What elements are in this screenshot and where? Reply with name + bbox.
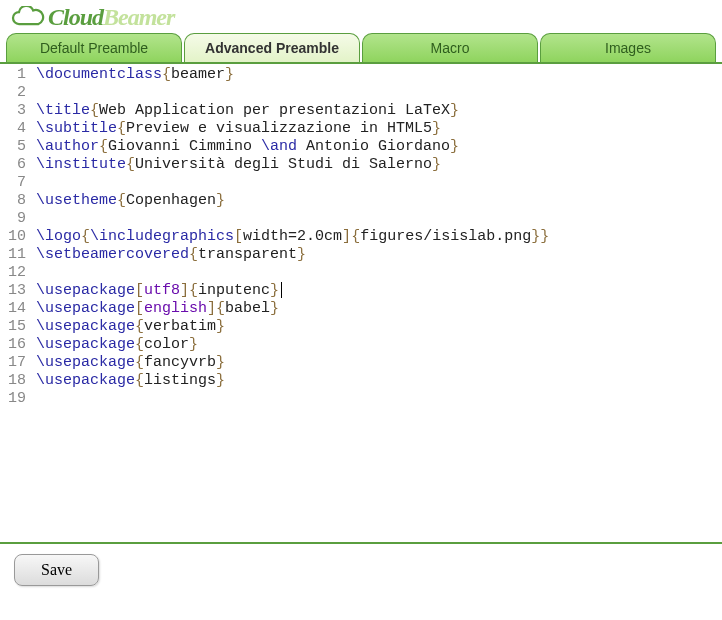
- token-cmd: \subtitle: [36, 120, 117, 137]
- line-number: 9: [0, 210, 26, 228]
- line-number: 14: [0, 300, 26, 318]
- token-brkt: }: [225, 66, 234, 83]
- token-opt: utf8: [144, 282, 180, 299]
- token-brkt: ]: [180, 282, 189, 299]
- token-brkt: }: [432, 156, 441, 173]
- line-number: 5: [0, 138, 26, 156]
- token-brkt: {: [189, 246, 198, 263]
- token-cmd: \setbeamercovered: [36, 246, 189, 263]
- code-line[interactable]: [36, 174, 549, 192]
- token-cmd: \usepackage: [36, 336, 135, 353]
- code-line[interactable]: \author{Giovanni Cimmino \and Antonio Gi…: [36, 138, 549, 156]
- token-txt: width=2.0cm: [243, 228, 342, 245]
- token-brkt: }: [189, 336, 198, 353]
- token-brkt: }: [297, 246, 306, 263]
- tab-images[interactable]: Images: [540, 33, 716, 62]
- token-txt: transparent: [198, 246, 297, 263]
- logo-text: CloudBeamer: [48, 4, 174, 31]
- token-txt: Copenhagen: [126, 192, 216, 209]
- token-txt: verbatim: [144, 318, 216, 335]
- code-line[interactable]: \subtitle{Preview e visualizzazione in H…: [36, 120, 549, 138]
- code-line[interactable]: \title{Web Application per presentazioni…: [36, 102, 549, 120]
- code-line[interactable]: \usepackage{color}: [36, 336, 549, 354]
- code-line[interactable]: \logo{\includegraphics[width=2.0cm]{figu…: [36, 228, 549, 246]
- token-brkt: {: [135, 354, 144, 371]
- code-line[interactable]: \setbeamercovered{transparent}: [36, 246, 549, 264]
- line-number: 15: [0, 318, 26, 336]
- code-line[interactable]: [36, 390, 549, 408]
- line-number: 4: [0, 120, 26, 138]
- token-cmd: \usepackage: [36, 318, 135, 335]
- app-logo: CloudBeamer: [10, 4, 712, 31]
- token-cmd: \usepackage: [36, 300, 135, 317]
- tab-macro[interactable]: Macro: [362, 33, 538, 62]
- token-brkt: }: [432, 120, 441, 137]
- token-cmd: \logo: [36, 228, 81, 245]
- token-cmd: \author: [36, 138, 99, 155]
- token-txt: Web Application per presentazioni LaTeX: [99, 102, 450, 119]
- token-brkt: {: [90, 102, 99, 119]
- token-cmd: \usepackage: [36, 282, 135, 299]
- token-brkt: {: [189, 282, 198, 299]
- code-line[interactable]: [36, 210, 549, 228]
- line-number: 3: [0, 102, 26, 120]
- code-area[interactable]: \documentclass{beamer} \title{Web Applic…: [32, 64, 553, 542]
- token-cmd: \title: [36, 102, 90, 119]
- token-txt: inputenc: [198, 282, 270, 299]
- token-brkt: {: [117, 192, 126, 209]
- tab-default-preamble[interactable]: Default Preamble: [6, 33, 182, 62]
- token-cmd: \documentclass: [36, 66, 162, 83]
- token-txt: listings: [144, 372, 216, 389]
- line-number: 19: [0, 390, 26, 408]
- header: CloudBeamer: [0, 0, 722, 33]
- token-brkt: {: [351, 228, 360, 245]
- token-brkt: }: [270, 282, 279, 299]
- token-brkt: {: [216, 300, 225, 317]
- token-brkt: {: [162, 66, 171, 83]
- code-line[interactable]: \usetheme{Copenhagen}: [36, 192, 549, 210]
- token-brkt: {: [126, 156, 135, 173]
- code-editor[interactable]: 12345678910111213141516171819 \documentc…: [0, 64, 722, 542]
- token-txt: fancyvrb: [144, 354, 216, 371]
- code-line[interactable]: \usepackage[utf8]{inputenc}: [36, 282, 549, 300]
- code-line[interactable]: \usepackage[english]{babel}: [36, 300, 549, 318]
- token-cmd: \and: [261, 138, 297, 155]
- code-line[interactable]: \usepackage{fancyvrb}: [36, 354, 549, 372]
- line-number: 1: [0, 66, 26, 84]
- token-brkt: ]: [207, 300, 216, 317]
- tab-advanced-preamble[interactable]: Advanced Preamble: [184, 33, 360, 62]
- line-number: 16: [0, 336, 26, 354]
- line-number: 10: [0, 228, 26, 246]
- line-number: 2: [0, 84, 26, 102]
- token-brkt: }: [531, 228, 540, 245]
- line-number: 12: [0, 264, 26, 282]
- token-txt: Antonio Giordano: [297, 138, 450, 155]
- code-line[interactable]: \institute{Università degli Studi di Sal…: [36, 156, 549, 174]
- token-brkt: {: [81, 228, 90, 245]
- token-txt: Giovanni Cimmino: [108, 138, 261, 155]
- code-line[interactable]: \usepackage{listings}: [36, 372, 549, 390]
- token-brkt: }: [270, 300, 279, 317]
- code-line[interactable]: \documentclass{beamer}: [36, 66, 549, 84]
- token-cmd: \usetheme: [36, 192, 117, 209]
- token-brkt: {: [117, 120, 126, 137]
- token-txt: color: [144, 336, 189, 353]
- line-number: 18: [0, 372, 26, 390]
- line-gutter: 12345678910111213141516171819: [0, 64, 32, 542]
- line-number: 6: [0, 156, 26, 174]
- token-brkt: {: [99, 138, 108, 155]
- code-line[interactable]: [36, 84, 549, 102]
- footer: Save: [0, 542, 722, 596]
- save-button[interactable]: Save: [14, 554, 99, 586]
- token-brkt: [: [234, 228, 243, 245]
- line-number: 13: [0, 282, 26, 300]
- token-txt: Preview e visualizzazione in HTML5: [126, 120, 432, 137]
- code-line[interactable]: [36, 264, 549, 282]
- line-number: 7: [0, 174, 26, 192]
- line-number: 11: [0, 246, 26, 264]
- token-brkt: }: [216, 192, 225, 209]
- token-brkt: ]: [342, 228, 351, 245]
- token-brkt: }: [450, 102, 459, 119]
- code-line[interactable]: \usepackage{verbatim}: [36, 318, 549, 336]
- token-brkt: {: [135, 336, 144, 353]
